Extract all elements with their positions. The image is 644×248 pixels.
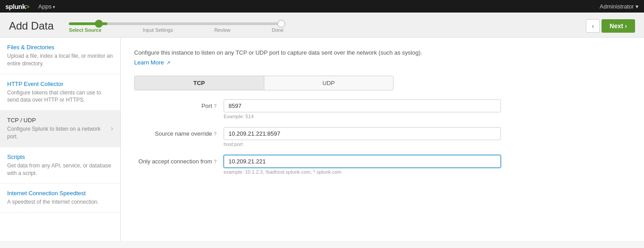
admin-menu[interactable]: Administrator ▾ [600, 3, 639, 10]
form-fields: Port ?Example: 514Source name override ?… [134, 99, 631, 175]
apps-label: Apps [38, 3, 52, 10]
field-wrapper-port: Example: 514 [224, 99, 501, 119]
sidebar-item-tcp[interactable]: TCP / UDP Configure Splunk to listen on … [0, 111, 120, 147]
sidebar-item-scripts[interactable]: Scripts Get data from any API, service, … [0, 147, 120, 184]
field-wrapper-only-accept-connection: example: 10.1.2.3, !badhost.splunk.com, … [224, 155, 501, 175]
chevron-right-icon: › [111, 124, 113, 133]
label-port: Port ? [134, 99, 224, 109]
input-port[interactable] [224, 99, 501, 112]
label-only-accept-connection: Only accept connection from ? [134, 155, 224, 165]
sidebar-item-http-desc: Configure tokens that clients can use to… [7, 89, 113, 104]
field-wrapper-source-name-override: host:port [224, 127, 501, 147]
sidebar-item-http-title: HTTP Event Collector [7, 81, 113, 87]
panel-description: Configure this instance to listen on any… [134, 48, 631, 57]
tcp-button[interactable]: TCP [135, 76, 264, 90]
top-nav: splunk> Apps▾ Administrator ▾ [0, 0, 644, 13]
page-title: Add Data [9, 20, 54, 32]
input-source-name-override[interactable] [224, 127, 501, 140]
sidebar-item-tcp-row: TCP / UDP Configure Splunk to listen on … [7, 117, 113, 141]
nav-buttons: ‹ Next › [586, 19, 635, 33]
main-content: Files & Directories Upload a file, index… [0, 38, 644, 241]
sidebar-item-tcp-content: TCP / UDP Configure Splunk to listen on … [7, 117, 111, 141]
wizard-step-3: Review [214, 27, 230, 33]
sidebar-item-files-desc: Upload a file, index a local file, or mo… [7, 52, 113, 68]
protocol-toggle: TCP UDP [134, 76, 394, 90]
sidebar-item-files-title: Files & Directories [7, 44, 113, 51]
wizard: Select Source Input Settings Review Done [64, 19, 288, 33]
hint-port: Example: 514 [224, 114, 501, 119]
help-icon-source-name-override[interactable]: ? [214, 131, 216, 137]
sidebar-item-http[interactable]: HTTP Event Collector Configure tokens th… [0, 74, 120, 111]
sidebar-item-speedtest[interactable]: Internet Connection Speedtest A speedtes… [0, 184, 120, 213]
sidebar-item-files[interactable]: Files & Directories Upload a file, index… [0, 38, 120, 74]
admin-label: Administrator ▾ [600, 3, 639, 10]
form-row-port: Port ?Example: 514 [134, 99, 501, 119]
right-panel: Configure this instance to listen on any… [121, 38, 644, 241]
sidebar-item-speedtest-desc: A speedtest of the Internet connection. [7, 198, 113, 206]
sidebar-item-scripts-title: Scripts [7, 154, 113, 160]
udp-button[interactable]: UDP [264, 76, 394, 90]
form-row-source-name-override: Source name override ?host:port [134, 127, 501, 147]
form-row-only-accept-connection: Only accept connection from ?example: 10… [134, 155, 501, 175]
hint-only-accept-connection: example: 10.1.2.3, !badhost.splunk.com, … [224, 169, 501, 175]
apps-arrow: ▾ [53, 4, 55, 9]
external-link-icon: ↗ [166, 60, 170, 65]
sidebar: Files & Directories Upload a file, index… [0, 38, 121, 241]
label-source-name-override: Source name override ? [134, 127, 224, 137]
wizard-step-4: Done [272, 27, 284, 33]
hint-source-name-override: host:port [224, 141, 501, 147]
help-icon-only-accept-connection[interactable]: ? [214, 159, 216, 164]
prev-button[interactable]: ‹ [586, 19, 600, 33]
apps-menu[interactable]: Apps▾ [38, 3, 55, 10]
wizard-step-1: Select Source [69, 27, 102, 33]
learn-more-label: Learn More [134, 59, 164, 66]
splunk-logo: splunk> [5, 3, 30, 10]
sidebar-item-tcp-title: TCP / UDP [7, 117, 111, 124]
sidebar-item-scripts-desc: Get data from any API, service, or datab… [7, 162, 113, 177]
help-icon-port[interactable]: ? [214, 103, 216, 109]
wizard-step-2: Input Settings [143, 27, 173, 33]
wizard-dot-active [95, 20, 103, 28]
next-button[interactable]: Next › [602, 19, 635, 33]
sidebar-item-tcp-desc: Configure Splunk to listen on a network … [7, 125, 111, 141]
input-only-accept-connection[interactable] [224, 155, 501, 168]
wizard-top [64, 19, 288, 25]
header-area: Add Data Select Source Input Settings Re… [0, 13, 644, 38]
wizard-dot-done [277, 20, 285, 28]
sidebar-item-speedtest-title: Internet Connection Speedtest [7, 190, 113, 197]
learn-more-link[interactable]: Learn More ↗ [134, 59, 170, 66]
